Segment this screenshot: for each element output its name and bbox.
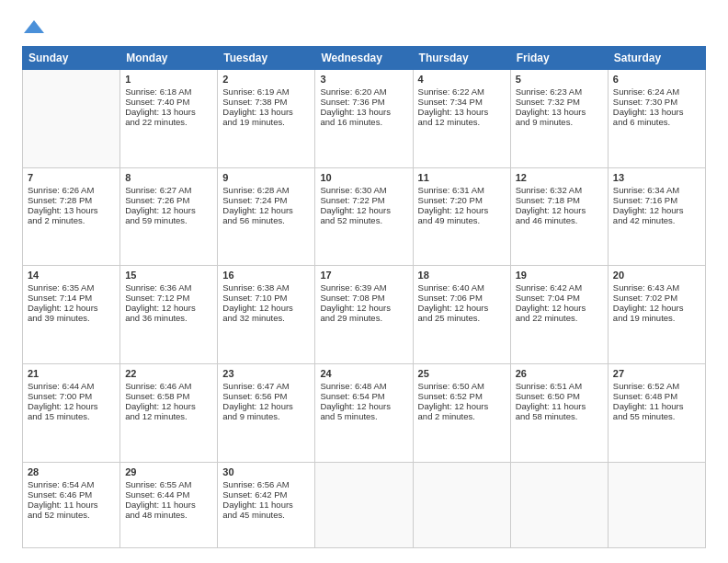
cell-info-line: Sunrise: 6:24 AM [613,86,700,97]
cell-info-line: Sunset: 7:22 PM [320,195,407,205]
cell-info-line: Sunrise: 6:38 AM [222,282,310,293]
calendar-cell: 27Sunrise: 6:52 AMSunset: 6:48 PMDayligh… [608,363,705,462]
day-number: 3 [320,74,407,85]
cell-info-line: Sunrise: 6:31 AM [418,185,506,195]
day-number: 7 [28,172,115,183]
calendar-cell: 28Sunrise: 6:54 AMSunset: 6:46 PMDayligh… [23,462,120,547]
cell-info-line: Daylight: 11 hours [28,500,115,510]
calendar-cell: 12Sunrise: 6:32 AMSunset: 7:18 PMDayligh… [510,167,608,266]
col-header-friday: Friday [510,47,608,70]
col-header-monday: Monday [120,47,218,70]
cell-info-line: and 12 minutes. [418,117,506,127]
cell-info-line: Daylight: 11 hours [516,401,603,411]
cell-info-line: Daylight: 13 hours [418,107,506,117]
cell-info-line: and 22 minutes. [516,313,603,323]
cell-info-line: Sunrise: 6:23 AM [516,86,603,97]
cell-info-line: and 19 minutes. [222,117,310,127]
cell-info-line: Daylight: 13 hours [222,107,310,117]
cell-info-line: and 36 minutes. [125,313,212,323]
calendar-cell [510,462,608,547]
day-number: 8 [125,172,212,183]
cell-info-line: Daylight: 13 hours [28,205,115,215]
calendar-cell: 25Sunrise: 6:50 AMSunset: 6:52 PMDayligh… [413,363,510,462]
calendar-table: SundayMondayTuesdayWednesdayThursdayFrid… [22,46,706,548]
calendar-cell [315,462,413,547]
cell-info-line: Sunset: 6:58 PM [125,391,212,401]
cell-info-line: Daylight: 12 hours [613,303,700,313]
calendar-cell: 14Sunrise: 6:35 AMSunset: 7:14 PMDayligh… [23,266,120,364]
cell-info-line: and 16 minutes. [320,117,407,127]
cell-info-line: Daylight: 12 hours [125,401,212,411]
calendar-cell: 10Sunrise: 6:30 AMSunset: 7:22 PMDayligh… [315,167,413,266]
calendar-cell: 7Sunrise: 6:26 AMSunset: 7:28 PMDaylight… [23,167,120,266]
cell-info-line: Daylight: 12 hours [418,303,506,313]
cell-info-line: Sunset: 6:46 PM [28,489,115,500]
cell-info-line: Daylight: 13 hours [516,107,603,117]
cell-info-line: and 45 minutes. [222,510,310,520]
cell-info-line: and 25 minutes. [418,313,506,323]
cell-info-line: Daylight: 12 hours [613,205,700,215]
day-number: 23 [222,368,310,379]
cell-info-line: Sunrise: 6:43 AM [613,282,700,293]
cell-info-line: Daylight: 12 hours [222,303,310,313]
cell-info-line: Daylight: 12 hours [320,303,407,313]
day-number: 16 [222,270,310,281]
day-number: 11 [418,172,506,183]
cell-info-line: and 46 minutes. [516,215,603,225]
cell-info-line: Sunset: 7:28 PM [28,195,115,205]
day-number: 1 [125,74,212,85]
cell-info-line: Sunrise: 6:46 AM [125,381,212,391]
cell-info-line: and 32 minutes. [222,313,310,323]
cell-info-line: Sunrise: 6:52 AM [613,381,700,391]
cell-info-line: Sunset: 7:34 PM [418,97,506,107]
cell-info-line: Sunset: 7:24 PM [222,195,310,205]
calendar-cell: 9Sunrise: 6:28 AMSunset: 7:24 PMDaylight… [218,167,315,266]
cell-info-line: Sunset: 6:42 PM [222,489,310,500]
day-number: 30 [222,466,310,477]
day-number: 20 [613,270,700,281]
cell-info-line: Sunrise: 6:56 AM [222,479,310,489]
cell-info-line: Sunrise: 6:47 AM [222,381,310,391]
calendar-cell: 6Sunrise: 6:24 AMSunset: 7:30 PMDaylight… [608,70,705,168]
cell-info-line: Sunrise: 6:27 AM [125,185,212,195]
calendar-cell: 4Sunrise: 6:22 AMSunset: 7:34 PMDaylight… [413,70,510,168]
calendar-cell: 15Sunrise: 6:36 AMSunset: 7:12 PMDayligh… [120,266,218,364]
calendar-cell: 11Sunrise: 6:31 AMSunset: 7:20 PMDayligh… [413,167,510,266]
cell-info-line: and 29 minutes. [320,313,407,323]
cell-info-line: Daylight: 12 hours [222,401,310,411]
cell-info-line: Daylight: 12 hours [516,205,603,215]
cell-info-line: Sunset: 7:10 PM [222,293,310,303]
cell-info-line: Sunrise: 6:40 AM [418,282,506,293]
cell-info-line: and 52 minutes. [320,215,407,225]
cell-info-line: Sunset: 7:30 PM [613,97,700,107]
cell-info-line: Sunset: 7:12 PM [125,293,212,303]
cell-info-line: Sunset: 7:02 PM [613,293,700,303]
cell-info-line: Daylight: 12 hours [320,205,407,215]
day-number: 27 [613,368,700,379]
cell-info-line: Daylight: 12 hours [125,303,212,313]
calendar-cell: 13Sunrise: 6:34 AMSunset: 7:16 PMDayligh… [608,167,705,266]
cell-info-line: Sunrise: 6:42 AM [516,282,603,293]
cell-info-line: Sunset: 7:06 PM [418,293,506,303]
cell-info-line: Sunset: 7:32 PM [516,97,603,107]
cell-info-line: Daylight: 12 hours [28,401,115,411]
day-number: 2 [222,74,310,85]
cell-info-line: Sunrise: 6:48 AM [320,381,407,391]
cell-info-line: Sunset: 7:36 PM [320,97,407,107]
day-number: 12 [516,172,603,183]
cell-info-line: and 9 minutes. [516,117,603,127]
cell-info-line: Sunrise: 6:26 AM [28,185,115,195]
calendar-cell: 16Sunrise: 6:38 AMSunset: 7:10 PMDayligh… [218,266,315,364]
calendar-cell: 20Sunrise: 6:43 AMSunset: 7:02 PMDayligh… [608,266,705,364]
day-number: 9 [222,172,310,183]
cell-info-line: Daylight: 12 hours [222,205,310,215]
cell-info-line: Sunrise: 6:28 AM [222,185,310,195]
cell-info-line: and 2 minutes. [418,411,506,421]
cell-info-line: Daylight: 12 hours [418,401,506,411]
day-number: 6 [613,74,700,85]
cell-info-line: Sunset: 6:44 PM [125,489,212,500]
calendar-cell: 1Sunrise: 6:18 AMSunset: 7:40 PMDaylight… [120,70,218,168]
day-number: 19 [516,270,603,281]
cell-info-line: Daylight: 13 hours [125,107,212,117]
cell-info-line: and 5 minutes. [320,411,407,421]
